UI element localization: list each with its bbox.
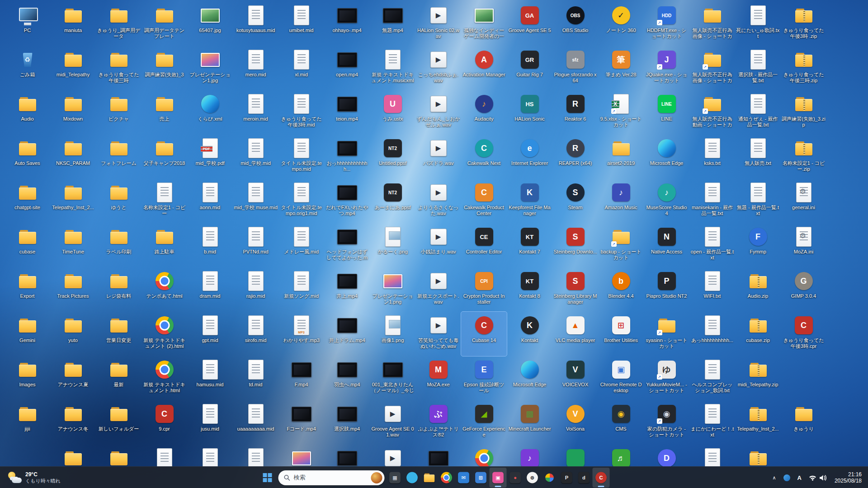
desktop-icon[interactable]: airset2-2019 <box>598 135 644 179</box>
desktop-icon[interactable]: 名称未設定1 - コピー <box>142 179 187 223</box>
desktop-icon[interactable]: 苦笑知ってても毒ぬいわごめ.wav <box>415 312 461 356</box>
desktop-icon[interactable]: Telepathy_Inst_2... <box>735 400 781 445</box>
desktop-icon[interactable]: プレゼンテーション1.png <box>370 267 415 312</box>
desktop-icon[interactable]: 井上ドラム.mp4 <box>324 312 370 356</box>
desktop-icon[interactable]: KKeepforest File Manager <box>507 179 552 223</box>
desktop-icon[interactable]: 新規 テキストドキュメント.html <box>142 356 187 400</box>
desktop-icon[interactable]: C9.cpr <box>142 400 187 445</box>
desktop-icon[interactable]: NKSC_PARAM <box>50 135 96 179</box>
desktop-icon[interactable]: 画像1.png <box>370 312 415 356</box>
desktop-icon[interactable]: VVoiSona <box>552 400 598 445</box>
desktop-icon[interactable]: 筆筆まめ Ver.28 <box>598 46 644 90</box>
desktop-icon[interactable]: MoZA.ini <box>781 223 826 267</box>
desktop-icon[interactable]: 孤独なインディーゲーム開発者の一生... <box>461 2 507 46</box>
desktop-icon[interactable] <box>278 445 324 466</box>
desktop-icon[interactable]: 調声用データテンプレート <box>142 2 187 46</box>
desktop-icon[interactable]: アナウンス冬 <box>50 400 96 445</box>
desktop-icon[interactable]: Uうみ.ustx <box>370 90 415 135</box>
desktop-icon[interactable]: HDD↗HDDFMT.exe - ショートカット <box>644 2 689 46</box>
desktop-icon[interactable]: ohhayo-.mp4 <box>324 2 370 46</box>
desktop-icon[interactable]: TimeTune <box>50 223 96 267</box>
desktop-icon[interactable]: NT2あーまにあ.ppsf <box>370 179 415 223</box>
desktop-icon[interactable]: NT2Untitled.ppsf <box>370 135 415 179</box>
desktop-icon[interactable]: ピクチャ <box>96 90 142 135</box>
desktop-icon[interactable]: ♪ <box>507 445 552 466</box>
desktop-icon[interactable]: aonn.mid <box>187 179 233 223</box>
desktop-icon[interactable]: Microsoft Edge <box>644 135 689 179</box>
desktop-icon[interactable]: 選択肢.mp4 <box>324 400 370 445</box>
desktop-icon[interactable]: くらび.xml <box>187 90 233 135</box>
desktop-icon[interactable]: ラベル印刷 <box>96 223 142 267</box>
desktop-icon[interactable]: 新規ソング.mid <box>278 267 324 312</box>
desktop-icon[interactable]: KTKontakt 8 <box>507 267 552 312</box>
desktop-icon[interactable]: 通知うぜぇ - 親作品一覧.txt <box>735 90 781 135</box>
desktop-icon[interactable]: sfzPlogue sforzando x64 <box>552 46 598 90</box>
desktop-icon[interactable]: HALion Sonic 02.wav <box>415 2 461 46</box>
desktop-icon[interactable]: よりうるさくなった.wav <box>415 179 461 223</box>
desktop-icon[interactable]: uaaaaaaaaa.mid <box>233 400 278 445</box>
desktop-icon[interactable]: mid_学校.pdf <box>187 135 233 179</box>
desktop-icon[interactable]: Export <box>5 267 50 312</box>
desktop-icon[interactable]: 001_東北きりたん（ノーマル）_今じゃ... <box>370 356 415 400</box>
desktop-icon[interactable]: F.mp4 <box>278 356 324 400</box>
desktop-icon[interactable]: アナウンス夏 <box>50 356 96 400</box>
desktop-icon[interactable]: ↗9.5.xlsx - ショートカット <box>598 90 644 135</box>
desktop-icon[interactable]: EEpson 接続診断ツール <box>461 356 507 400</box>
desktop-icon[interactable]: AActivation Manager <box>461 46 507 90</box>
desktop-icon[interactable]: GAGroove Agent SE 5 <box>507 2 552 46</box>
desktop-icon[interactable]: SSteinberg Library Manager <box>552 267 598 312</box>
desktop-icon[interactable]: ⊞Brother Utilities <box>598 312 644 356</box>
desktop-icon[interactable]: manisekarin - 親作品一覧.txt <box>689 179 735 223</box>
taskbar-app-chrome[interactable] <box>438 468 455 488</box>
desktop-icon[interactable]: テンポあて.html <box>142 267 187 312</box>
desktop-icon[interactable]: きゅうり食ってた午後3時 .zip <box>781 2 826 46</box>
desktop-icon[interactable]: きゅうり食ってた午後三時 <box>96 46 142 90</box>
desktop-icon[interactable]: CCubase 14 <box>461 312 507 356</box>
desktop-icon[interactable] <box>689 445 735 466</box>
desktop-icon[interactable]: SSteam <box>552 179 598 223</box>
taskbar-app-app-d[interactable]: d <box>576 468 593 488</box>
desktop-icon[interactable] <box>96 445 142 466</box>
start-button[interactable] <box>259 468 277 488</box>
desktop-icon[interactable]: 最新 <box>96 356 142 400</box>
desktop-icon[interactable]: プレゼンテーション1.jpg <box>187 46 233 90</box>
tray-app-button[interactable] <box>780 469 793 487</box>
desktop-icon[interactable] <box>735 445 781 466</box>
desktop-icon[interactable]: yuto <box>50 312 96 356</box>
desktop-icon[interactable]: タイトル未設定.tempo.mid <box>278 135 324 179</box>
desktop-icon[interactable]: Track Pictures <box>50 267 96 312</box>
desktop-icon[interactable]: cubase.zip <box>735 312 781 356</box>
desktop-icon[interactable]: だれでFXいれたやつ.mp4 <box>324 179 370 223</box>
desktop-icon[interactable]: open.mp4 <box>324 46 370 90</box>
desktop-icon[interactable]: eInternet Explorer <box>507 135 552 179</box>
desktop-icon[interactable]: xl.mid <box>278 46 324 90</box>
desktop-icon[interactable]: レジ袋有料 <box>96 267 142 312</box>
desktop-icon[interactable]: ◉↗家の防犯カメラ - ショートカット <box>644 400 689 445</box>
desktop-icon[interactable]: ksks.txt <box>689 135 735 179</box>
desktop-icon[interactable]: ♪Audacity <box>461 90 507 135</box>
desktop-icon[interactable]: 無題.mp4 <box>370 2 415 46</box>
desktop-icon[interactable]: Audio.zip <box>735 267 781 312</box>
desktop-icon[interactable]: ↗無人販売不正行為画像 - ショートカット <box>689 46 735 90</box>
desktop-icon[interactable]: KTKontakt 7 <box>507 223 552 267</box>
desktop-icon[interactable]: ↗backup - ショートカット <box>598 223 644 267</box>
desktop-icon[interactable]: きゅうり食ってた午後三時.zip <box>781 46 826 90</box>
desktop-icon[interactable]: D <box>644 445 689 466</box>
desktop-icon[interactable]: 新規 テキストドキュメント (2).html <box>142 312 187 356</box>
taskbar-app-cubase[interactable]: C <box>593 468 610 488</box>
desktop-icon[interactable]: jijii <box>5 400 50 445</box>
tray-overflow-button[interactable]: ∧ <box>769 469 779 487</box>
desktop-icon[interactable]: mero.mid <box>233 46 278 90</box>
taskbar-app-piapro-studio[interactable]: P <box>558 468 576 488</box>
desktop-icon[interactable]: ▩Minecraft Launcher <box>507 400 552 445</box>
desktop-icon[interactable]: 羽虫へ.mp4 <box>324 356 370 400</box>
desktop-icon[interactable]: CCakewalk Next <box>461 135 507 179</box>
desktop-icon[interactable]: 調声練習(失敗)_3.zip <box>781 90 826 135</box>
desktop-icon[interactable]: ▣Chrome Remote Desktop <box>598 356 644 400</box>
desktop-icon[interactable] <box>187 445 233 466</box>
desktop-icon[interactable]: ↗syasinn - ショートカット <box>644 312 689 356</box>
desktop-icon[interactable]: CCakewalk Product Center <box>461 179 507 223</box>
desktop-icon[interactable]: teion.mp4 <box>324 90 370 135</box>
desktop-icon[interactable]: ◢GeForce Experience <box>461 400 507 445</box>
taskbar-app-mail[interactable]: ✉ <box>455 468 472 488</box>
